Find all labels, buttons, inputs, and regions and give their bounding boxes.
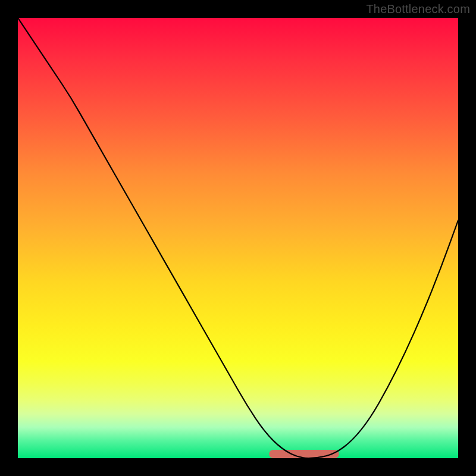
chart-svg <box>18 18 458 458</box>
chart-container: TheBottleneck.com <box>0 0 476 476</box>
watermark-text: TheBottleneck.com <box>366 2 470 16</box>
bottleneck-curve <box>18 18 458 458</box>
plot-area <box>18 18 458 458</box>
